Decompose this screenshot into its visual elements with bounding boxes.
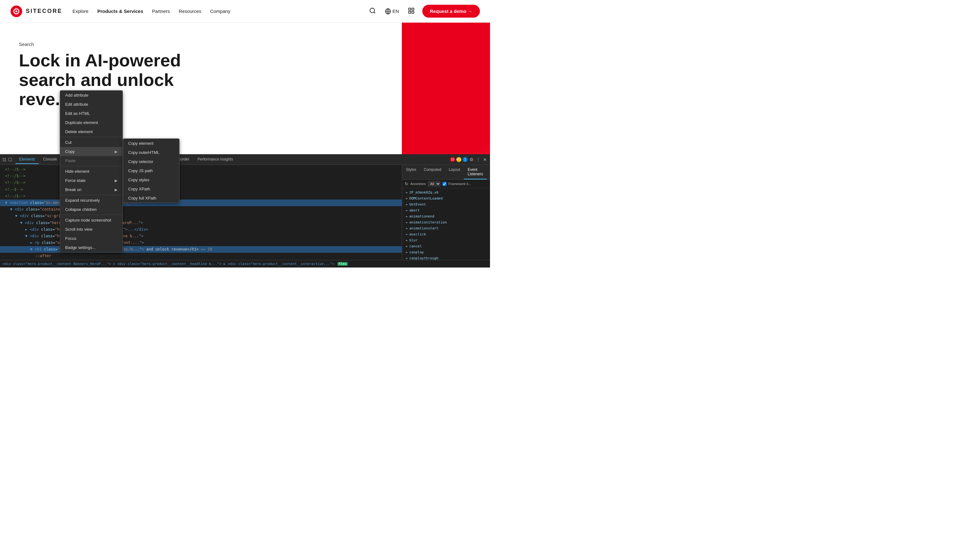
more-icon[interactable]: ⋮: [476, 156, 481, 163]
event-item-domcontent[interactable]: ►DOMContentLoaded: [402, 195, 490, 202]
el-line: <!--/$-->: [0, 173, 402, 179]
styles-list: ►2P_m3mnk0Zq.x6 ►DOMContentLoaded ►UetEv…: [402, 188, 490, 260]
framework-checkbox[interactable]: [442, 182, 447, 186]
tab-event-listeners[interactable]: Event Listeners: [464, 165, 487, 179]
devtools-content: <!--/$--> <!--/$--> <!--/$--> <!--$--> <…: [0, 165, 490, 260]
tab-styles[interactable]: Styles: [402, 165, 420, 179]
el-line: <!--/$-->: [0, 179, 402, 186]
el-line[interactable]: ▼ <div class="container">: [0, 206, 402, 213]
svg-rect-7: [409, 11, 410, 13]
hero-headline: Lock in AI-powered search and unlock rev…: [19, 51, 208, 109]
tab-elements[interactable]: Elements: [16, 155, 39, 164]
el-line: <!--/$-->: [0, 193, 402, 200]
svg-point-3: [370, 8, 375, 13]
tab-sources[interactable]: Sources: [61, 155, 83, 164]
devtools-panel: ⊡ ☐ Elements Console Sources Network Pe.…: [0, 154, 490, 268]
ctx-cut[interactable]: Cut: [60, 138, 123, 147]
el-line[interactable]: ► <div class="hero-product__content__dra…: [0, 226, 402, 233]
styles-tabs: Styles Computed Layout Event Listeners >…: [402, 165, 490, 180]
tab-network[interactable]: Network: [83, 155, 105, 164]
error-badge: 10: [450, 157, 455, 162]
nav-resources[interactable]: Resources: [178, 8, 201, 14]
tab-layout[interactable]: Layout: [445, 165, 464, 179]
devtools-icons: ⊡ ☐: [3, 157, 12, 162]
event-item-blur[interactable]: ►blur: [402, 237, 490, 243]
el-section-line[interactable]: ▼ <section class="sc-section hero hero-p…: [0, 200, 402, 206]
svg-rect-8: [412, 11, 414, 13]
search-button[interactable]: [368, 6, 377, 16]
nav-explore[interactable]: Explore: [72, 8, 89, 14]
ctx-delete[interactable]: Delete element: [60, 127, 123, 136]
inspect-icon[interactable]: ☐: [8, 157, 12, 162]
ctx-edit-html[interactable]: Edit as HTML: [60, 109, 123, 118]
lang-label: EN: [392, 8, 399, 14]
svg-rect-6: [412, 8, 414, 10]
info-badge: 1: [463, 157, 468, 162]
event-item-canplaythrough[interactable]: ►canplaythrough: [402, 255, 490, 260]
tab-perf-insights[interactable]: Performance insights: [194, 155, 237, 164]
page-content: Search Lock in AI-powered search and unl…: [0, 23, 490, 268]
styles-toolbar: ↻ Ancestors All Framework li...: [402, 180, 490, 188]
el-line[interactable]: ▼ <div class="sc-grid"> grid: [0, 213, 402, 219]
ctx-separator-1: [60, 137, 123, 137]
demo-button[interactable]: Request a demo →: [422, 5, 480, 17]
navbar: SITECORE Explore Products & Services Par…: [0, 0, 490, 23]
sitecore-logo[interactable]: SITECORE: [10, 5, 62, 17]
lang-button[interactable]: EN: [383, 7, 400, 16]
hero-section: Search Lock in AI-powered search and unl…: [0, 23, 490, 109]
navbar-right: EN Request a demo →: [368, 5, 480, 17]
event-item-auxclick[interactable]: ►auxclick: [402, 231, 490, 237]
event-item-2p[interactable]: ►2P_m3mnk0Zq.x6: [402, 189, 490, 195]
framework-label: Framework li...: [449, 182, 471, 186]
hero-label: Search: [19, 41, 471, 47]
tab-lighthouse[interactable]: Lighthouse: [143, 155, 169, 164]
el-line: <!--/$-->: [0, 166, 402, 173]
navbar-left: SITECORE Explore Products & Services Par…: [10, 5, 230, 17]
ancestors-label: Ancestors: [410, 182, 426, 186]
close-icon[interactable]: ✕: [482, 156, 487, 163]
event-item-animationstart[interactable]: ►animationstart: [402, 225, 490, 231]
el-line[interactable]: ▼ <div class="hero-product__content__hea…: [0, 233, 402, 240]
event-item-abort[interactable]: ►abort: [402, 207, 490, 213]
main-area: Search Lock in AI-powered search and unl…: [0, 23, 490, 268]
el-line[interactable]: ▼ <div class="hero-product__content Bann…: [0, 220, 402, 226]
el-line: <!--$-->: [0, 186, 402, 193]
svg-point-2: [16, 10, 18, 12]
nav-links: Explore Products & Services Partners Res…: [72, 8, 230, 14]
copy-arrow: ▶: [115, 149, 118, 154]
tab-security[interactable]: Security: [122, 155, 143, 164]
nav-products[interactable]: Products & Services: [97, 8, 143, 14]
devtools-badges: 10 461 1 ⚙ ⋮ ✕: [450, 156, 487, 163]
devtools-tabs-bar: ⊡ ☐ Elements Console Sources Network Pe.…: [0, 154, 490, 165]
status-text: <div class="hero-product__content Banner…: [3, 262, 348, 266]
elements-panel: <!--/$--> <!--/$--> <!--/$--> <!--$--> <…: [0, 165, 402, 260]
nav-company[interactable]: Company: [210, 8, 230, 14]
ctx-duplicate[interactable]: Duplicate element: [60, 118, 123, 127]
event-item-cancel[interactable]: ►cancel: [402, 243, 490, 249]
grid-button[interactable]: [407, 6, 416, 16]
tab-recorder[interactable]: Recorder: [170, 155, 193, 164]
tab-computed[interactable]: Computed: [420, 165, 445, 179]
ancestors-select[interactable]: All: [428, 181, 441, 187]
svg-rect-5: [409, 8, 410, 10]
tab-more[interactable]: >>: [487, 165, 490, 179]
refresh-icon[interactable]: ↻: [405, 181, 409, 186]
logo-icon: [10, 5, 23, 17]
nav-partners[interactable]: Partners: [152, 8, 170, 14]
cursor-icon[interactable]: ⊡: [3, 157, 6, 162]
devtools-status: <div class="hero-product__content Banner…: [0, 260, 490, 268]
tab-performance[interactable]: Pe...: [105, 155, 121, 164]
event-item-uet[interactable]: ►UetEvent: [402, 202, 490, 207]
logo-text: SITECORE: [26, 8, 62, 14]
settings-icon[interactable]: ⚙: [469, 156, 474, 163]
el-h1-line[interactable]: ▼ <h1 class="headline text-sc-h4 xl:text…: [0, 246, 402, 253]
el-after: ::after: [0, 253, 402, 259]
sub-copy-element[interactable]: Copy element: [123, 139, 179, 148]
warn-badge: 461: [456, 157, 461, 162]
event-item-animationiteration[interactable]: ►animationiteration: [402, 219, 490, 225]
styles-panel: Styles Computed Layout Event Listeners >…: [402, 165, 490, 260]
el-line[interactable]: ► <p class="eyebrow mb-4 text-sc-body-m …: [0, 240, 402, 246]
tab-console[interactable]: Console: [39, 155, 61, 164]
event-item-animationend[interactable]: ►animationend: [402, 213, 490, 219]
event-item-canplay[interactable]: ►canplay: [402, 249, 490, 255]
